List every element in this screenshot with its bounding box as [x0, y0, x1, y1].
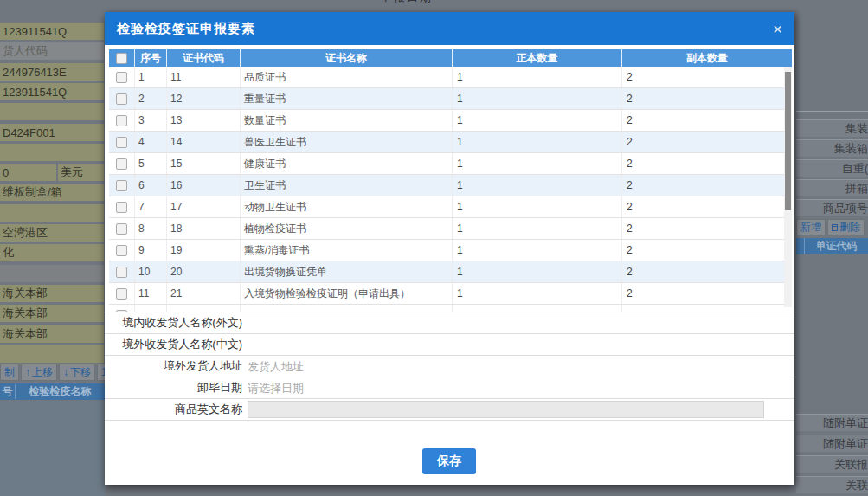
cell-no: 1: [135, 67, 167, 87]
select-all-cell[interactable]: [109, 49, 135, 67]
cell-cert-name: 动物卫生证书: [241, 196, 453, 217]
background-input-field: 海关本部: [0, 285, 104, 302]
table-row[interactable]: 9 19 熏蒸/消毒证书 1 2: [109, 240, 784, 261]
row-checkbox[interactable]: [116, 93, 127, 105]
background-input-field: 123911541Q: [0, 23, 104, 40]
grid-col-no: 号: [0, 384, 16, 399]
table-row[interactable]: 4 14 兽医卫生证书 1 2: [109, 132, 784, 153]
row-checkbox[interactable]: [116, 180, 127, 191]
cell-original-qty[interactable]: 1: [453, 132, 622, 152]
cell-original-qty[interactable]: 1: [453, 175, 622, 196]
delete-button[interactable]: 删除: [827, 219, 865, 235]
cell-copy-qty[interactable]: 2: [622, 153, 784, 174]
background-form-label: 自重(: [796, 159, 868, 177]
form-input[interactable]: [248, 336, 792, 353]
col-header-no: 序号: [135, 49, 167, 67]
cell-cert-code: 14: [167, 132, 241, 152]
cell-original-qty[interactable]: 1: [453, 67, 622, 87]
table-row[interactable]: 2 12 重量证书 1 2: [109, 88, 784, 110]
row-checkbox[interactable]: [116, 245, 127, 256]
background-input-field: 海关本部: [0, 325, 104, 343]
background-form-label: 集装箱: [796, 139, 868, 157]
table-row[interactable]: 11 21 入境货物检验检疫证明（申请出具） 1 2: [109, 283, 784, 305]
cell-cert-code: 16: [167, 175, 241, 196]
background-form-label: 随附单证: [796, 414, 868, 431]
add-button[interactable]: 新增: [796, 219, 826, 235]
row-checkbox[interactable]: [116, 202, 127, 213]
background-input-field: 空湾港区: [0, 224, 104, 242]
form-row: 卸毕日期 •••: [105, 377, 794, 399]
cell-copy-qty[interactable]: 2: [622, 110, 784, 131]
cell-cert-name: 植物检疫证书: [241, 218, 453, 239]
cell-original-qty[interactable]: 1: [453, 110, 622, 131]
cell-original-qty[interactable]: 1: [453, 218, 622, 239]
close-icon[interactable]: ×: [773, 21, 782, 37]
save-button[interactable]: 保存: [422, 448, 476, 474]
form-label: 商品英文名称: [105, 399, 245, 420]
modal-form: 境内收发货人名称(外文) ••• 境外收发货人名称(中文) ••• 境外: [105, 312, 794, 421]
form-input[interactable]: [248, 379, 792, 396]
row-checkbox[interactable]: [116, 223, 127, 235]
background-form-label: 拼箱: [796, 179, 868, 196]
background-form-label: 关联报: [796, 455, 868, 473]
cell-original-qty[interactable]: 1: [453, 283, 622, 304]
cell-cert-code: 15: [167, 153, 241, 174]
background-field-value: 海关本部: [0, 286, 104, 301]
cell-copy-qty[interactable]: 2: [622, 67, 784, 87]
form-label: 卸毕日期: [105, 377, 245, 398]
cell-cert-name: 数量证书: [241, 110, 453, 131]
table-row[interactable]: 1 11 品质证书 1 2: [109, 67, 784, 88]
table-scrollbar[interactable]: [784, 67, 792, 307]
row-checkbox[interactable]: [116, 72, 127, 83]
cell-original-qty[interactable]: 1: [453, 153, 622, 174]
arrow-down-icon: ↓: [63, 366, 68, 378]
cell-copy-qty[interactable]: 2: [622, 261, 784, 282]
form-input[interactable]: [248, 358, 792, 375]
grid-col-doc-code: 单证代码: [805, 239, 868, 254]
cell-copy-qty[interactable]: 2: [622, 132, 784, 152]
cell-no: 8: [135, 218, 167, 239]
form-input[interactable]: [248, 401, 764, 418]
cell-original-qty[interactable]: 1: [453, 261, 622, 282]
cell-copy-qty[interactable]: 2: [622, 240, 784, 261]
form-row: 境内收发货人名称(外文) •••: [105, 312, 794, 334]
move-up-button[interactable]: ↑ 上移: [21, 364, 57, 381]
background-form-label: 关联: [796, 476, 868, 493]
table-row[interactable]: 5 15 健康证书 1 2: [109, 153, 784, 175]
cell-copy-qty[interactable]: 2: [622, 218, 784, 239]
background-input-field: [0, 345, 104, 363]
form-input[interactable]: [248, 314, 792, 332]
row-checkbox[interactable]: [116, 115, 127, 126]
cell-original-qty[interactable]: 1: [453, 88, 622, 109]
select-all-checkbox[interactable]: [116, 53, 127, 64]
background-input-field: D424F001: [0, 124, 104, 141]
cell-no: 2: [135, 88, 167, 109]
copy-button[interactable]: 制: [0, 364, 19, 381]
form-row: 境外收发货人名称(中文) •••: [105, 334, 794, 356]
table-row[interactable]: 6 16 卫生证书 1 2: [109, 175, 784, 196]
clipped-toolbar-button[interactable]: 1: [97, 364, 105, 381]
row-checkbox[interactable]: [116, 158, 127, 170]
cell-copy-qty[interactable]: 2: [622, 175, 784, 196]
background-left-toolbar: 制 ↑ 上移 ↓ 下移 1: [0, 364, 105, 381]
trash-icon: [832, 224, 838, 231]
row-checkbox[interactable]: [116, 288, 127, 300]
cell-copy-qty[interactable]: 2: [622, 283, 784, 304]
scrollbar-thumb[interactable]: [785, 72, 791, 210]
row-checkbox[interactable]: [116, 137, 127, 148]
table-row[interactable]: 3 13 数量证书 1 2: [109, 110, 784, 132]
background-form-label: 随附单证: [796, 435, 868, 452]
cell-original-qty[interactable]: 1: [453, 240, 622, 261]
table-row[interactable]: 8 18 植物检疫证书 1 2: [109, 218, 784, 240]
move-down-button[interactable]: ↓ 下移: [59, 364, 95, 381]
cell-copy-qty[interactable]: 2: [622, 88, 784, 109]
grid-col-inspection-name: 检验检疫名称: [16, 384, 105, 399]
table-row[interactable]: 10 20 出境货物换证凭单 1 2: [109, 261, 784, 283]
row-checkbox[interactable]: [116, 267, 127, 278]
background-field-value: 244976413E: [0, 66, 104, 79]
cell-copy-qty[interactable]: 2: [622, 196, 784, 217]
cell-cert-name: 出境货物换证凭单: [241, 261, 453, 282]
cell-original-qty[interactable]: 1: [453, 196, 622, 217]
cell-cert-name: 兽医卫生证书: [241, 132, 453, 152]
table-row[interactable]: 7 17 动物卫生证书 1 2: [109, 196, 784, 218]
